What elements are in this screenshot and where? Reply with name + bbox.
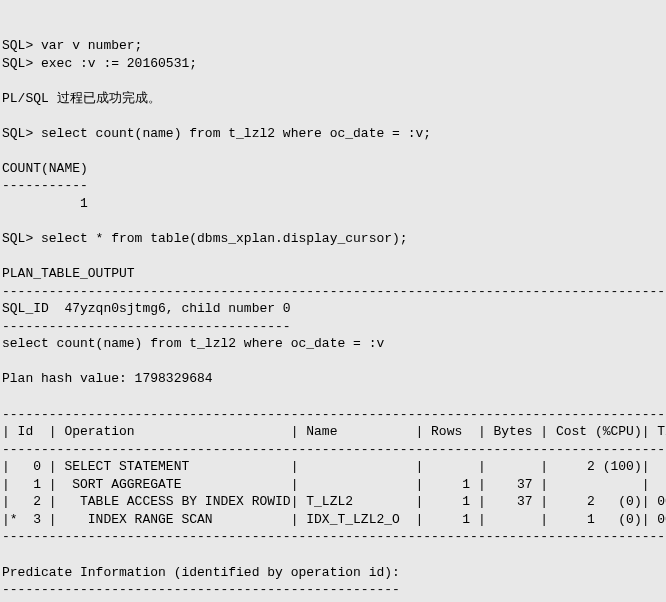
plan-table-border: ----------------------------------------… (2, 407, 666, 422)
plan-table-header: | Id | Operation | Name | Rows | Bytes |… (2, 424, 666, 439)
sql-id-line: SQL_ID 47yzqn0sjtmg6, child number 0 (2, 301, 291, 316)
column-header: COUNT(NAME) (2, 161, 88, 176)
plsql-success-message: PL/SQL 过程已成功完成。 (2, 91, 161, 106)
result-value: 1 (2, 196, 88, 211)
plan-table-border: ----------------------------------------… (2, 529, 666, 544)
query-echo: select count(name) from t_lzl2 where oc_… (2, 336, 384, 351)
plan-hash-value: Plan hash value: 1798329684 (2, 371, 213, 386)
plan-table-row: | 1 | SORT AGGREGATE | | 1 | 37 | | | (2, 477, 666, 492)
divider-line: ------------------------------------- (2, 319, 291, 334)
terminal-output: SQL> var v number; SQL> exec :v := 20160… (2, 37, 664, 602)
plan-table-border: ----------------------------------------… (2, 442, 666, 457)
sql-prompt-line: SQL> exec :v := 20160531; (2, 56, 197, 71)
sql-prompt-line: SQL> var v number; (2, 38, 142, 53)
plan-table-row: | 2 | TABLE ACCESS BY INDEX ROWID| T_LZL… (2, 494, 666, 509)
plan-table-row: | 0 | SELECT STATEMENT | | | | 2 (100)| … (2, 459, 666, 474)
divider-line: ----------------------------------------… (2, 582, 400, 597)
sql-prompt-line: SQL> select count(name) from t_lzl2 wher… (2, 126, 431, 141)
divider-line: ----------------------------------------… (2, 284, 666, 299)
predicate-info-header: Predicate Information (identified by ope… (2, 565, 400, 580)
plan-table-output-header: PLAN_TABLE_OUTPUT (2, 266, 135, 281)
sql-prompt-line: SQL> select * from table(dbms_xplan.disp… (2, 231, 408, 246)
divider-line: ----------- (2, 178, 88, 193)
plan-table-row: |* 3 | INDEX RANGE SCAN | IDX_T_LZL2_O |… (2, 512, 666, 527)
